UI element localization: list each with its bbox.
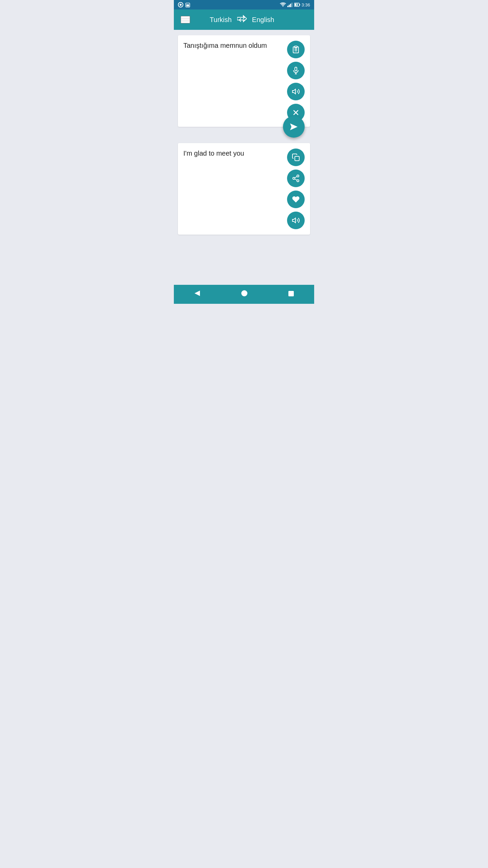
svg-rect-15 (294, 46, 297, 47)
translate-button[interactable] (283, 116, 305, 138)
recent-icon (288, 291, 294, 297)
bottom-nav (174, 285, 314, 304)
swap-languages-button[interactable] (237, 15, 247, 24)
signal-icon (287, 2, 293, 7)
sim-icon (185, 2, 190, 7)
svg-marker-14 (237, 16, 247, 22)
status-right-icons: 3:36 (280, 2, 310, 7)
output-text: I'm glad to meet you (183, 149, 287, 229)
speaker-input-button[interactable] (287, 83, 305, 100)
target-language[interactable]: English (252, 16, 274, 24)
language-switch: Turkish English (210, 15, 274, 24)
svg-rect-5 (289, 5, 290, 7)
svg-point-34 (241, 290, 247, 296)
swap-icon (237, 15, 247, 22)
clipboard-button[interactable] (287, 41, 305, 58)
home-icon (241, 290, 248, 297)
source-language[interactable]: Turkish (210, 16, 232, 24)
svg-rect-19 (295, 67, 297, 71)
svg-line-30 (295, 179, 297, 180)
close-icon (292, 108, 300, 117)
input-actions (287, 41, 305, 121)
svg-rect-26 (295, 156, 299, 161)
svg-line-31 (295, 177, 297, 178)
svg-rect-7 (291, 3, 292, 7)
svg-marker-22 (292, 89, 296, 94)
svg-rect-35 (288, 291, 294, 296)
share-button[interactable] (287, 170, 305, 187)
back-icon (194, 290, 201, 297)
svg-rect-9 (299, 4, 300, 6)
svg-point-1 (180, 4, 182, 6)
svg-marker-33 (195, 291, 200, 296)
svg-marker-25 (290, 123, 298, 130)
status-bar: 3:36 (174, 0, 314, 9)
svg-rect-4 (287, 6, 288, 7)
microphone-icon (292, 66, 300, 75)
heart-icon (292, 195, 300, 203)
svg-point-28 (293, 177, 295, 179)
wifi-icon (280, 2, 286, 7)
microphone-button[interactable] (287, 62, 305, 79)
clock: 3:36 (302, 2, 310, 7)
share-icon (292, 174, 300, 182)
output-panel: I'm glad to meet you (178, 143, 310, 235)
back-button[interactable] (186, 287, 209, 301)
speaker-icon (292, 87, 300, 96)
svg-marker-32 (292, 218, 296, 223)
input-text[interactable]: Tanıştığıma memnun oldum (183, 41, 287, 121)
clipboard-icon (292, 45, 300, 54)
home-button[interactable] (233, 287, 256, 301)
copy-button[interactable] (287, 149, 305, 166)
speaker-output-icon (292, 216, 300, 224)
battery-icon (294, 3, 300, 7)
menu-button[interactable] (181, 16, 190, 23)
svg-rect-3 (186, 4, 189, 6)
notification-icon (178, 2, 183, 7)
svg-point-29 (297, 180, 299, 182)
svg-point-27 (297, 175, 299, 177)
status-left-icons (178, 2, 190, 7)
input-panel: Tanıştığıma memnun oldum (178, 35, 310, 127)
svg-rect-6 (290, 4, 291, 7)
favorite-button[interactable] (287, 191, 305, 208)
send-icon (289, 122, 299, 132)
app-bar: Turkish English (174, 9, 314, 30)
recent-button[interactable] (280, 287, 302, 301)
copy-icon (292, 153, 300, 161)
main-content: Tanıştığıma memnun oldum (174, 30, 314, 285)
output-actions (287, 149, 305, 229)
speaker-output-button[interactable] (287, 212, 305, 229)
